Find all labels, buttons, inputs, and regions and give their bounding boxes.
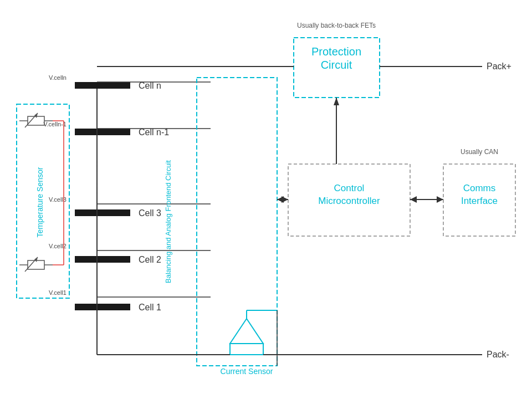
vcell-1-text: V.cell1 — [49, 289, 66, 296]
cell-3-top — [75, 209, 130, 216]
pack-plus-label: Pack+ — [487, 62, 511, 71]
cell-3-label: Cell 3 — [139, 208, 161, 218]
vcell-n1-text: V.celln-1 — [43, 121, 66, 127]
vcell-n-text: V.celln — [49, 74, 66, 81]
comms-line1: Comms — [463, 183, 496, 193]
protection-line1: Protection — [311, 45, 361, 58]
protection-note: Usually back-to-back FETs — [297, 22, 376, 29]
svg-rect-0 — [0, 0, 532, 399]
cell-1-top — [75, 304, 130, 310]
mcu-line1: Control — [334, 183, 365, 193]
mcu-line2: Microcontroller — [318, 196, 380, 206]
temp-sensor-label: Temperature Sensor — [35, 167, 44, 237]
cell-1-label: Cell 1 — [139, 303, 161, 312]
protection-line2: Circuit — [321, 59, 352, 71]
cell-2-label: Cell 2 — [139, 255, 161, 264]
cell-2-top — [75, 256, 130, 263]
cell-n-top — [75, 82, 130, 89]
pack-minus-label: Pack- — [487, 350, 509, 359]
current-sensor-label: Current Sensor — [221, 367, 273, 376]
balancing-label: Balancing and Analog Frontend Circuit — [164, 160, 172, 283]
cell-n1-top — [75, 129, 130, 135]
comms-note: Usually CAN — [461, 148, 498, 156]
diagram-svg: Cell n Cell n-1 Cell 3 Cell 2 Cell 1 V.c… — [0, 0, 532, 399]
comms-line2: Interface — [461, 196, 498, 206]
